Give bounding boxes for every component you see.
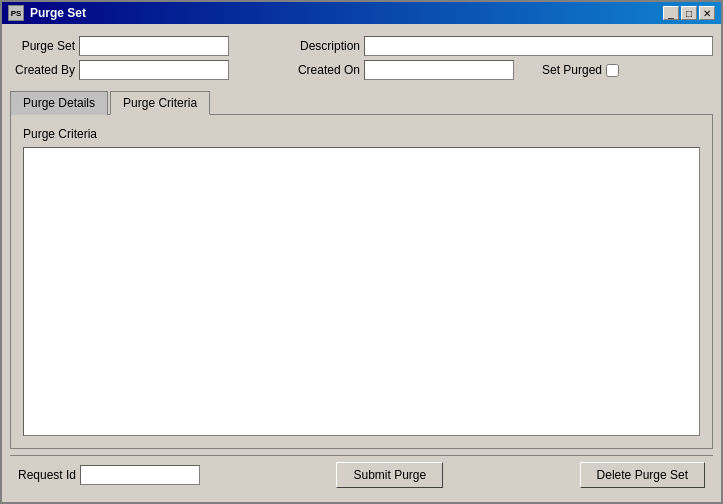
request-id-input[interactable]	[80, 465, 200, 485]
set-purged-label: Set Purged	[542, 63, 602, 77]
title-bar-buttons: _ □ ✕	[663, 6, 715, 20]
created-by-input[interactable]	[79, 60, 229, 80]
close-button[interactable]: ✕	[699, 6, 715, 20]
purge-criteria-section-label: Purge Criteria	[23, 127, 700, 141]
purge-criteria-textarea[interactable]	[23, 147, 700, 436]
created-on-field: Created On	[285, 60, 514, 80]
tab-purge-details[interactable]: Purge Details	[10, 91, 108, 115]
purge-set-label: Purge Set	[10, 39, 75, 53]
window-icon: PS	[8, 5, 24, 21]
field-row-2: Created By Created On Set Purged	[10, 60, 713, 80]
created-on-label: Created On	[285, 63, 360, 77]
main-window: PS Purge Set _ □ ✕ Purge Set Description	[0, 0, 723, 504]
purge-set-field: Purge Set	[10, 36, 229, 56]
description-field: Description	[285, 36, 713, 56]
request-id-label: Request Id	[18, 468, 76, 482]
minimize-button[interactable]: _	[663, 6, 679, 20]
restore-button[interactable]: □	[681, 6, 697, 20]
bottom-left: Request Id	[18, 465, 200, 485]
window-title: Purge Set	[30, 6, 86, 20]
top-fields: Purge Set Description Created By Created…	[10, 32, 713, 84]
purge-set-input[interactable]	[79, 36, 229, 56]
created-by-field: Created By	[10, 60, 229, 80]
criteria-textarea-container	[23, 147, 700, 436]
tab-content-purge-criteria: Purge Criteria	[10, 115, 713, 449]
set-purged-checkbox[interactable]	[606, 64, 619, 77]
tab-bar: Purge Details Purge Criteria	[10, 90, 713, 115]
window-content: Purge Set Description Created By Created…	[2, 24, 721, 502]
created-by-label: Created By	[10, 63, 75, 77]
description-input[interactable]	[364, 36, 713, 56]
delete-purge-set-button[interactable]: Delete Purge Set	[580, 462, 705, 488]
tab-container: Purge Details Purge Criteria Purge Crite…	[10, 90, 713, 449]
bottom-bar: Request Id Submit Purge Delete Purge Set	[10, 455, 713, 494]
title-bar-left: PS Purge Set	[8, 5, 86, 21]
tab-purge-criteria[interactable]: Purge Criteria	[110, 91, 210, 115]
created-on-input[interactable]	[364, 60, 514, 80]
bottom-right: Delete Purge Set	[580, 462, 705, 488]
set-purged-field: Set Purged	[542, 63, 619, 77]
field-row-1: Purge Set Description	[10, 36, 713, 56]
description-label: Description	[285, 39, 360, 53]
title-bar: PS Purge Set _ □ ✕	[2, 2, 721, 24]
submit-purge-button[interactable]: Submit Purge	[336, 462, 443, 488]
bottom-center: Submit Purge	[208, 462, 572, 488]
